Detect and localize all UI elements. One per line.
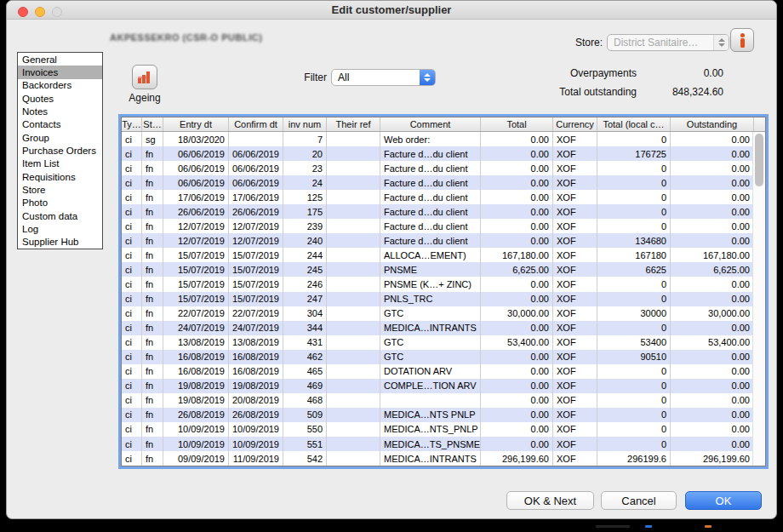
filter-dropdown[interactable]: All [331,69,436,86]
table-cell: 0.00 [671,379,754,393]
filter-selected-value: All [332,72,420,83]
table-row[interactable]: cifn22/07/201922/07/2019304GTC30,000.00X… [122,306,754,321]
table-row[interactable]: cifn19/08/201919/08/2019469COMPLE…TION A… [122,379,754,393]
table-cell: ci [122,350,142,364]
table-cell: GTC [380,335,481,350]
sidebar-item-contacts[interactable]: Contacts [18,118,102,131]
table-row[interactable]: cifn26/06/201926/06/2019175Facture d…du … [122,204,754,219]
ok-and-next-button[interactable]: OK & Next [506,491,594,510]
sidebar-item-group[interactable]: Group [18,131,102,144]
vertical-scrollbar[interactable] [752,132,765,466]
table-cell: 296,199.60 [481,451,553,466]
table-cell: Web order: [380,132,481,146]
table-row[interactable]: cifn09/09/201911/09/2019542MEDICA…INTRAN… [122,451,754,466]
desktop-background [0,520,783,532]
table-row[interactable]: cifn15/07/201915/07/2019246PNSME (K…+ ZI… [122,277,754,291]
table-cell: ci [122,161,142,175]
sidebar-item-store[interactable]: Store [18,183,102,196]
table-cell: 0 [597,204,671,219]
sidebar-item-notes[interactable]: Notes [18,105,102,117]
sidebar-item-supplier-hub[interactable]: Supplier Hub [18,236,102,249]
sidebar-item-custom-data[interactable]: Custom data [18,209,102,222]
column-header[interactable]: Total [481,117,553,131]
scrollbar-thumb[interactable] [755,134,763,186]
table-cell: 0.00 [481,422,553,437]
table-row[interactable]: cifn17/06/201917/06/2019125Facture d…du … [122,190,754,204]
table-row[interactable]: cifn19/08/201920/08/20194680.00XOF00.00 [122,393,754,408]
table-cell: ci [122,335,142,350]
column-header[interactable]: Comment [380,117,481,131]
table-row[interactable]: cifn06/06/201906/06/201924Facture d…du c… [122,175,754,190]
column-header[interactable]: Their ref [327,117,380,131]
column-header[interactable]: St… [142,117,163,131]
table-cell [327,350,380,364]
table-row[interactable]: cifn24/07/201924/07/2019344MEDICA…INTRAN… [122,321,754,335]
table-cell: 19/08/2019 [163,379,229,393]
table-row[interactable]: cifn12/07/201912/07/2019239Facture d…du … [122,219,754,233]
table-cell: DOTATION ARV [380,364,481,379]
table-cell: MEDICA…TS_PNSME [380,437,481,451]
table-cell: 0 [597,393,671,408]
sidebar-item-general[interactable]: General [18,53,102,66]
info-button[interactable] [730,28,754,52]
column-header[interactable]: Total (local c… [597,117,671,131]
column-header[interactable]: Entry dt [163,117,229,131]
sidebar-item-backorders[interactable]: Backorders [18,79,102,92]
table-cell: XOF [553,233,597,248]
table-cell: 0.00 [481,132,553,146]
table-row[interactable]: cifn13/08/201913/08/2019431GTC53,400.00X… [122,335,754,350]
column-header[interactable]: Outstanding [671,117,754,131]
table-row[interactable]: cifn12/07/201912/07/2019240Facture d…du … [122,233,754,248]
sidebar-item-photo[interactable]: Photo [18,197,102,209]
table-cell [380,393,481,408]
table-cell: fn [142,277,163,291]
table-cell: 0.00 [671,393,754,408]
table-row[interactable]: cisg18/03/20207Web order:0.00XOF00.00 [122,132,754,146]
table-row[interactable]: cifn16/08/201916/08/2019462GTC0.00XOF905… [122,350,754,364]
table-cell: 0.00 [481,292,553,306]
table-row[interactable]: cifn10/09/201910/09/2019550MEDICA…NTS_PN… [122,422,754,437]
table-cell: 0.00 [481,146,553,161]
table-cell [327,190,380,204]
table-cell [327,408,380,422]
table-cell: 24 [283,175,327,190]
table-row[interactable]: cifn10/09/201910/09/2019551MEDICA…TS_PNS… [122,437,754,451]
table-cell: Facture d…du client [380,146,481,161]
sidebar-item-invoices[interactable]: Invoices [18,66,102,78]
sidebar-item-quotes[interactable]: Quotes [18,92,102,105]
ageing-button-label: Ageing [119,92,170,104]
table-row[interactable]: cifn06/06/201906/06/201923Facture d…du c… [122,161,754,175]
sidebar-item-purchase-orders[interactable]: Purchase Orders [18,144,102,157]
column-header[interactable]: Currency [553,117,597,131]
table-row[interactable]: cifn16/08/201916/08/2019465DOTATION ARV0… [122,364,754,379]
sidebar-item-item-list[interactable]: Item List [18,157,102,170]
table-cell: ci [122,437,142,451]
sidebar: GeneralInvoicesBackordersQuotesNotesCont… [17,52,103,249]
column-header[interactable]: Ty… [122,117,142,131]
table-row[interactable]: cifn15/07/201915/07/2019244ALLOCA…EMENT)… [122,248,754,262]
table-cell: 90510 [597,350,671,364]
sidebar-item-requisitions[interactable]: Requisitions [18,170,102,183]
table-row[interactable]: cifn26/08/201926/08/2019509MEDICA…NTS PN… [122,408,754,422]
table-row[interactable]: cifn06/06/201906/06/201920Facture d…du c… [122,146,754,161]
table-cell: 16/08/2019 [163,350,229,364]
table-cell: XOF [553,292,597,306]
table-cell: ci [122,146,142,161]
table-cell: 175 [283,204,327,219]
table-cell: 6,625.00 [481,262,553,277]
ok-button[interactable]: OK [685,491,762,510]
ageing-button[interactable] [132,65,157,89]
table-cell: 10/09/2019 [163,422,229,437]
table-cell: ci [122,262,142,277]
table-cell: 06/06/2019 [163,175,229,190]
table-row[interactable]: cifn15/07/201915/07/2019247PNLS_TRC0.00X… [122,292,754,306]
table-cell: 53,400.00 [671,335,754,350]
column-header[interactable]: inv num [283,117,327,131]
cancel-button[interactable]: Cancel [601,491,677,510]
table-cell: 244 [283,248,327,262]
sidebar-item-log[interactable]: Log [18,222,102,235]
column-header[interactable]: Confirm dt [229,117,283,131]
table-cell: fn [142,422,163,437]
table-row[interactable]: cifn15/07/201915/07/2019245PNSME6,625.00… [122,262,754,277]
table-cell: 0.00 [671,422,754,437]
